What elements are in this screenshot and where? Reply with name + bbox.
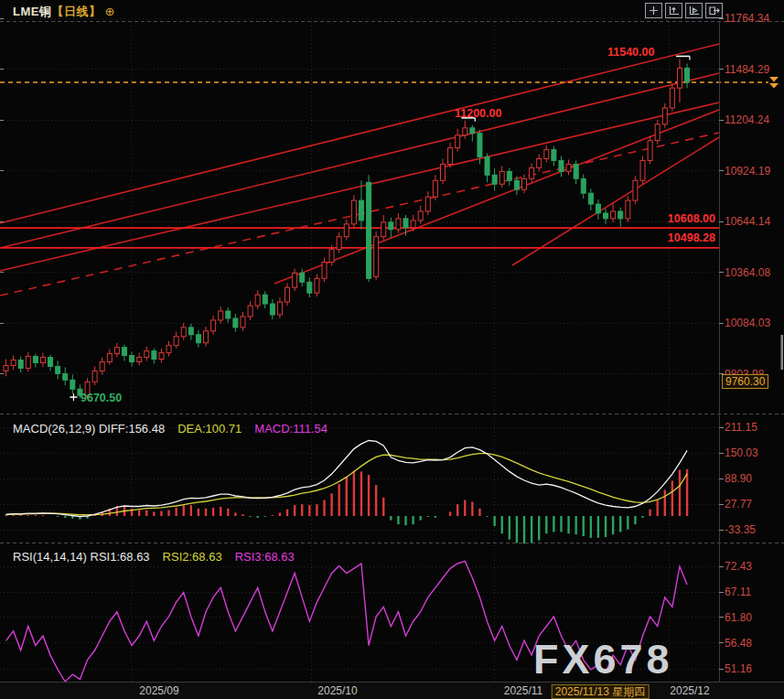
price-arrow-marker bbox=[769, 77, 779, 89]
title-bar: LME铜【日线】⊕ bbox=[0, 0, 784, 21]
chart-toolbar bbox=[645, 3, 723, 18]
watermark: FX678 bbox=[533, 636, 673, 683]
candlestick-series bbox=[4, 59, 690, 399]
symbol-name: LME铜 bbox=[13, 5, 51, 18]
x-axis-label: 2025/10 bbox=[317, 684, 357, 697]
x-axis-bar: 2025/092025/102025/112025/11/13 星期四2025/… bbox=[0, 682, 784, 699]
macd-pane bbox=[6, 441, 688, 544]
play-axis-icon[interactable] bbox=[685, 3, 703, 18]
expand-icon[interactable]: ⊕ bbox=[104, 5, 114, 18]
scrollbar-thumb[interactable] bbox=[781, 335, 784, 370]
zoom-axis-up-icon[interactable] bbox=[665, 3, 682, 18]
price-axis bbox=[0, 18, 724, 682]
macd-header: MACD(26,12,9) DIFF:156.48DEA:100.71MACD:… bbox=[13, 422, 328, 436]
rsi2-label: RSI2:68.63 bbox=[163, 550, 222, 564]
macd-params-label: MACD(26,12,9) DIFF:156.48 bbox=[13, 422, 165, 436]
rsi3-label: RSI3:68.63 bbox=[235, 550, 295, 564]
rsi-params-label: RSI(14,14,14) RSI1:68.63 bbox=[13, 550, 150, 564]
chart-window: LME铜【日线】⊕ MACD(26,12,9) DIFF:156.48DEA:1… bbox=[0, 0, 784, 699]
trend-lines bbox=[0, 44, 719, 296]
pan-right-icon[interactable] bbox=[705, 3, 723, 18]
rsi-header: RSI(14,14,14) RSI1:68.63RSI2:68.63RSI3:6… bbox=[13, 550, 295, 564]
period-label: 【日线】 bbox=[51, 5, 101, 18]
macd-dea-label: DEA:100.71 bbox=[177, 422, 242, 436]
instrument-title: LME铜【日线】⊕ bbox=[13, 4, 115, 20]
chart-canvas[interactable] bbox=[0, 0, 784, 699]
x-axis-label: 2025/11 bbox=[504, 684, 543, 697]
x-axis-label: 2025/09 bbox=[139, 684, 178, 697]
x-axis-label: 2025/12 bbox=[670, 684, 709, 697]
macd-value-label: MACD:111.54 bbox=[254, 422, 328, 436]
x-axis-selected-date: 2025/11/13 星期四 bbox=[552, 684, 650, 699]
crosshair-move-icon[interactable] bbox=[645, 3, 662, 18]
